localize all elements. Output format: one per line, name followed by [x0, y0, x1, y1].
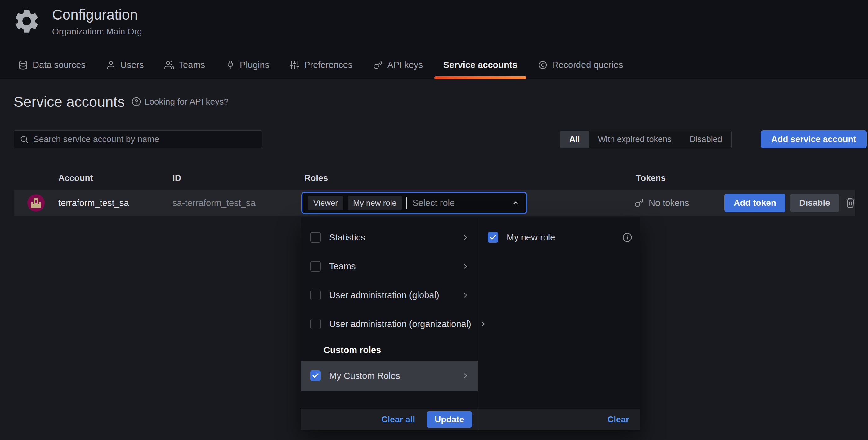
service-account-row[interactable]: terraform_test_sa sa-terraform_test_sa V… — [14, 190, 855, 216]
trash-icon — [845, 197, 856, 208]
role-submenu-pane: My new role Clear — [478, 217, 640, 430]
service-account-avatar — [27, 194, 45, 212]
tab-label: Data sources — [33, 60, 86, 70]
delete-service-account-button[interactable] — [844, 197, 856, 209]
checkbox-unchecked[interactable] — [310, 261, 321, 271]
role-group-label: Teams — [329, 261, 454, 271]
custom-roles-section-header: Custom roles — [301, 344, 478, 356]
app-header: Configuration Organization: Main Org. — [12, 6, 144, 37]
chevron-right-icon — [462, 263, 469, 270]
column-header-account: Account — [58, 173, 93, 183]
info-icon[interactable] — [622, 232, 632, 242]
page-header-section: Configuration Organization: Main Org. Da… — [0, 0, 868, 79]
add-service-account-button[interactable]: Add service account — [761, 130, 867, 148]
tab-users[interactable]: Users — [96, 51, 154, 79]
key-icon — [634, 198, 644, 208]
account-name: terraform_test_sa — [58, 190, 129, 216]
account-id: sa-terraform_test_sa — [173, 190, 256, 216]
token-filter-group: All With expired tokens Disabled — [560, 130, 732, 148]
tab-label: Preferences — [304, 60, 352, 70]
column-header-roles: Roles — [304, 173, 328, 183]
plug-icon — [225, 60, 235, 70]
page-title: Configuration — [52, 6, 144, 23]
filter-all[interactable]: All — [560, 131, 589, 148]
role-group-teams[interactable]: Teams — [301, 257, 478, 275]
role-group-user-admin-org[interactable]: User administration (organizational) — [301, 315, 478, 333]
tab-recorded-queries[interactable]: Recorded queries — [528, 51, 633, 79]
role-group-label: My Custom Roles — [329, 371, 454, 381]
sliders-icon — [290, 60, 299, 70]
clear-all-button[interactable]: Clear all — [381, 415, 415, 424]
filter-with-expired-tokens[interactable]: With expired tokens — [589, 131, 681, 148]
header-titles: Configuration Organization: Main Org. — [52, 6, 144, 37]
role-group-label: User administration (global) — [329, 290, 454, 300]
api-keys-help-link[interactable]: Looking for API keys? — [131, 97, 229, 107]
chevron-right-icon — [462, 292, 469, 298]
help-link-label: Looking for API keys? — [145, 97, 229, 107]
record-icon — [538, 60, 548, 70]
tokens-status: No tokens — [649, 198, 689, 208]
role-group-my-custom-roles[interactable]: My Custom Roles — [301, 360, 478, 391]
role-chip-viewer[interactable]: Viewer — [308, 196, 343, 210]
checkbox-checked[interactable] — [488, 232, 498, 243]
role-groups-list: Statistics Teams User administration (gl… — [301, 217, 478, 391]
database-icon — [18, 60, 28, 70]
user-icon — [106, 60, 116, 70]
checkbox-unchecked[interactable] — [310, 319, 321, 329]
clear-button[interactable]: Clear — [608, 415, 629, 424]
users-icon — [164, 60, 174, 70]
filter-disabled[interactable]: Disabled — [681, 131, 731, 148]
role-group-user-admin-global[interactable]: User administration (global) — [301, 286, 478, 304]
role-group-label: User administration (organizational) — [329, 319, 471, 329]
disable-button[interactable]: Disable — [790, 194, 839, 212]
tab-plugins[interactable]: Plugins — [215, 51, 280, 79]
gear-icon — [12, 7, 41, 35]
role-picker-placeholder[interactable]: Select role — [412, 198, 506, 208]
tab-api-keys[interactable]: API keys — [363, 51, 433, 79]
role-groups-pane: Statistics Teams User administration (gl… — [301, 217, 478, 430]
role-item-my-new-role[interactable]: My new role — [478, 228, 640, 246]
update-button[interactable]: Update — [427, 411, 472, 428]
tab-teams[interactable]: Teams — [154, 51, 215, 79]
column-header-id: ID — [173, 173, 181, 183]
tab-data-sources[interactable]: Data sources — [8, 51, 96, 79]
key-icon — [373, 60, 383, 70]
tokens-cell: No tokens — [634, 190, 689, 216]
role-group-label: Statistics — [329, 232, 454, 243]
column-header-tokens: Tokens — [636, 173, 666, 183]
checkbox-unchecked[interactable] — [310, 290, 321, 300]
check-icon — [312, 372, 319, 380]
chevron-right-icon — [462, 372, 469, 379]
service-accounts-title: Service accounts — [14, 93, 125, 110]
config-tabbar: Data sources Users Teams Plugins Prefere… — [8, 51, 633, 79]
check-icon — [489, 234, 497, 241]
checkbox-checked[interactable] — [310, 371, 321, 381]
chevron-up-icon[interactable] — [511, 198, 520, 208]
grafana-configuration-page: Configuration Organization: Main Org. Da… — [0, 0, 868, 440]
tab-label: Plugins — [240, 60, 269, 70]
tab-label: API keys — [388, 60, 423, 70]
tab-label: Service accounts — [443, 60, 518, 70]
role-picker[interactable]: Viewer My new role Select role — [301, 192, 527, 214]
active-tab-underline — [434, 76, 526, 79]
role-picker-dropdown: Statistics Teams User administration (gl… — [301, 217, 640, 430]
tab-label: Users — [120, 60, 144, 70]
page-head: Service accounts Looking for API keys? — [14, 93, 229, 110]
tab-preferences[interactable]: Preferences — [280, 51, 363, 79]
add-token-button[interactable]: Add token — [724, 194, 785, 212]
dropdown-footer-left: Clear all Update — [301, 409, 478, 430]
dropdown-footer-right: Clear — [478, 409, 640, 430]
role-group-statistics[interactable]: Statistics — [301, 228, 478, 246]
role-item-label: My new role — [506, 232, 614, 243]
tab-service-accounts[interactable]: Service accounts — [433, 51, 528, 79]
tab-label: Teams — [179, 60, 205, 70]
search-input[interactable] — [33, 134, 256, 144]
question-circle-icon — [131, 97, 141, 107]
role-chip-my-new-role[interactable]: My new role — [348, 196, 402, 210]
chevron-right-icon — [462, 234, 469, 241]
tab-label: Recorded queries — [552, 60, 623, 70]
text-cursor — [406, 197, 407, 208]
checkbox-unchecked[interactable] — [310, 232, 321, 243]
org-subtitle: Organization: Main Org. — [52, 27, 144, 37]
search-box — [14, 130, 262, 148]
